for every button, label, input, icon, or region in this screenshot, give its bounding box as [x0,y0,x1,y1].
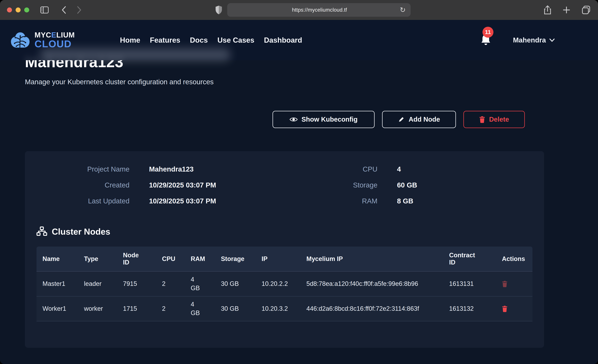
info-row-last-updated: Last Updated 10/29/2025 03:07 PM [36,197,284,205]
storage-value: 60 GB [397,181,532,189]
minimize-window-button[interactable] [16,8,21,12]
cell-type: leader [78,272,117,296]
col-cpu: CPU [156,247,185,272]
nav-link-features[interactable]: Features [150,36,180,44]
cell-type: worker [78,296,117,321]
cluster-details-card: Project Name Mahendra123 Created 10/29/2… [25,151,544,348]
cpu-value: 4 [397,165,532,173]
notifications-button[interactable]: 11 [480,34,491,46]
info-row-storage: Storage 60 GB [284,181,532,189]
share-icon[interactable] [544,5,552,15]
table-header-row: Name Type Node ID CPU RAM Storage IP Myc… [36,247,532,272]
ram-label: RAM [284,197,377,205]
last-updated-label: Last Updated [36,197,129,205]
cell-cpu: 2 [156,272,185,296]
user-name: Mahendra [513,36,546,44]
cell-name: Master1 [36,272,78,296]
table-row: Master1 leader 7915 2 4 GB 30 GB 10.20.2… [36,272,532,296]
cell-cpu: 2 [156,296,185,321]
privacy-shield-icon[interactable] [215,5,223,15]
app-navbar: MYCELIUM CLOUD Home Features Docs Use Ca… [0,20,598,60]
cell-storage: 30 GB [215,272,256,296]
blur-smudge [40,48,231,61]
col-contract-id: Contract ID [443,247,496,272]
col-actions: Actions [496,247,532,272]
created-value: 10/29/2025 03:07 PM [149,181,284,189]
last-updated-value: 10/29/2025 03:07 PM [149,197,284,205]
project-name-value: Mahendra123 [149,165,284,173]
cluster-nodes-header: Cluster Nodes [36,226,532,237]
cell-contract-id: 1613131 [443,272,496,296]
eye-icon [290,117,298,122]
browser-window: https://myceliumcloud.tf ↻ Mahendra123 M… [0,0,598,364]
cluster-info-grid: Project Name Mahendra123 Created 10/29/2… [36,165,532,205]
add-node-button[interactable]: Add Node [382,111,456,128]
sidebar-toggle-icon[interactable] [40,6,49,14]
logo-wordmark: MYCELIUM CLOUD [34,31,75,49]
nav-link-use-cases[interactable]: Use Cases [217,36,254,44]
cpu-label: CPU [284,165,377,173]
zoom-window-button[interactable] [24,8,29,12]
cell-node-id: 1715 [117,296,156,321]
nav-link-dashboard[interactable]: Dashboard [264,36,302,44]
col-name: Name [36,247,78,272]
tab-overview-icon[interactable] [581,5,591,15]
col-node-id: Node ID [117,247,156,272]
page-content: Mahendra123 Manage your Kubernetes clust… [0,20,598,364]
new-tab-icon[interactable] [562,6,571,14]
cell-storage: 30 GB [215,296,256,321]
delete-cluster-button[interactable]: Delete [463,111,525,128]
cloud-logo-icon [10,31,30,49]
cell-node-id: 7915 [117,272,156,296]
nav-link-docs[interactable]: Docs [190,36,208,44]
address-bar[interactable]: https://myceliumcloud.tf ↻ [227,3,411,17]
col-type: Type [78,247,117,272]
show-kubeconfig-label: Show Kubeconfig [302,116,358,123]
cell-actions [496,272,532,296]
url-text[interactable]: https://myceliumcloud.tf [239,7,400,13]
info-row-ram: RAM 8 GB [284,197,532,205]
cluster-actions: Show Kubeconfig Add Node Delete [25,111,525,128]
nav-links: Home Features Docs Use Cases Dashboard [120,36,302,44]
cell-actions [496,296,532,321]
delete-node-button[interactable] [502,281,507,287]
info-row-cpu: CPU 4 [284,165,532,173]
reload-icon[interactable]: ↻ [400,7,406,13]
close-window-button[interactable] [7,8,12,12]
forward-button-icon[interactable] [76,6,82,14]
nav-link-home[interactable]: Home [120,36,140,44]
browser-toolbar: https://myceliumcloud.tf ↻ [0,0,598,20]
user-menu[interactable]: Mahendra [513,36,555,44]
trash-icon [479,116,485,123]
add-node-label: Add Node [409,116,440,123]
col-ip: IP [256,247,300,272]
cell-ip: 10.20.3.2 [256,296,300,321]
table-row: Worker1 worker 1715 2 4 GB 30 GB 10.20.3… [36,296,532,321]
cluster-nodes-icon [36,226,47,237]
cell-ip: 10.20.2.2 [256,272,300,296]
pencil-icon [398,116,405,123]
info-row-created: Created 10/29/2025 03:07 PM [36,181,284,189]
delete-label: Delete [489,116,509,123]
cell-mycelium-ip: 5d8:78ea:a120:f40c:ff0f:a5fe:99e6:8b96 [300,272,443,296]
cell-name: Worker1 [36,296,78,321]
mycelium-cloud-logo[interactable]: MYCELIUM CLOUD [10,31,75,49]
show-kubeconfig-button[interactable]: Show Kubeconfig [273,111,375,128]
ram-value: 8 GB [397,197,532,205]
cluster-nodes-title: Cluster Nodes [52,227,110,237]
page-subtitle: Manage your Kubernetes cluster configura… [25,78,573,86]
info-row-project-name: Project Name Mahendra123 [36,165,284,173]
chevron-down-icon [549,38,555,42]
created-label: Created [36,181,129,189]
storage-label: Storage [284,181,377,189]
notification-badge: 11 [482,27,493,38]
col-storage: Storage [215,247,256,272]
col-ram: RAM [185,247,215,272]
cell-ram: 4 GB [185,272,215,296]
delete-node-button[interactable] [502,306,507,312]
traffic-lights [7,8,29,12]
cell-contract-id: 1613132 [443,296,496,321]
col-mycelium-ip: Mycelium IP [300,247,443,272]
back-button-icon[interactable] [61,6,67,14]
nodes-table: Name Type Node ID CPU RAM Storage IP Myc… [36,247,532,321]
